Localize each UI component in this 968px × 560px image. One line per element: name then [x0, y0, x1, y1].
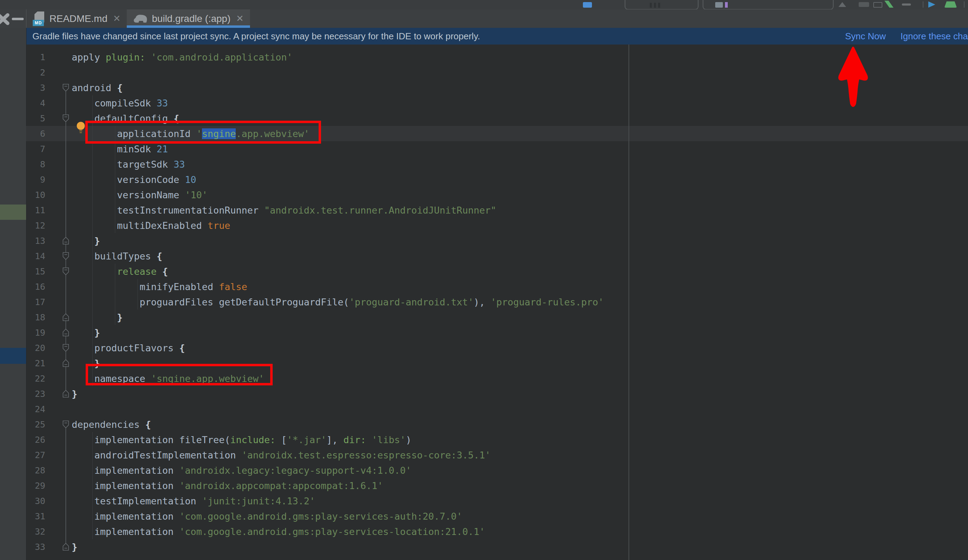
- fold-expanded-icon[interactable]: [61, 251, 71, 261]
- code-line: 23 }: [26, 386, 968, 401]
- line-number[interactable]: 2: [26, 68, 45, 78]
- line-number[interactable]: 23: [26, 389, 45, 399]
- line-number[interactable]: 5: [26, 113, 45, 124]
- code-text[interactable]: implementation 'androidx.appcompat:appco…: [71, 480, 383, 491]
- line-number[interactable]: 17: [26, 297, 45, 307]
- code-text[interactable]: targetSdk 33: [71, 159, 185, 170]
- line-number[interactable]: 26: [26, 435, 45, 445]
- run-config-dropdown[interactable]: [625, 0, 698, 10]
- close-tab-icon[interactable]: ✕: [113, 13, 121, 24]
- line-number[interactable]: 28: [26, 466, 45, 476]
- code-text[interactable]: implementation fileTree(include: ['*.jar…: [71, 434, 411, 445]
- line-number[interactable]: 7: [26, 144, 45, 154]
- gear-icon[interactable]: [0, 13, 10, 25]
- line-number[interactable]: 22: [26, 373, 45, 384]
- code-text[interactable]: buildTypes {: [71, 251, 162, 261]
- code-text[interactable]: implementation 'androidx.legacy:legacy-s…: [71, 465, 411, 476]
- line-number[interactable]: 11: [26, 205, 45, 215]
- line-number[interactable]: 1: [26, 52, 45, 62]
- device-manager-icon[interactable]: [873, 2, 882, 8]
- run-icon[interactable]: [928, 2, 935, 8]
- code-text[interactable]: release {: [71, 266, 168, 277]
- ignore-changes-link[interactable]: Ignore these cha: [900, 28, 968, 45]
- line-number[interactable]: 27: [26, 450, 45, 460]
- line-number[interactable]: 24: [26, 404, 45, 414]
- tab-readme[interactable]: MD README.md ✕: [27, 9, 127, 28]
- line-number[interactable]: 32: [26, 527, 45, 537]
- code-text[interactable]: implementation 'com.google.android.gms:p…: [71, 526, 485, 537]
- rail-marker-blue: [0, 348, 26, 364]
- line-number[interactable]: 9: [26, 175, 45, 185]
- toolbar-separator-2: [964, 2, 965, 8]
- fold-expanded-icon[interactable]: [61, 343, 71, 352]
- sync-now-link[interactable]: Sync Now: [845, 28, 886, 45]
- line-number[interactable]: 3: [26, 83, 45, 93]
- close-tab-icon[interactable]: ✕: [236, 13, 244, 24]
- code-text[interactable]: testInstrumentationRunner "androidx.test…: [71, 205, 496, 216]
- fold-expanded-icon[interactable]: [61, 83, 71, 92]
- toolbar-separator: [923, 2, 923, 8]
- code-line: 9 versionCode 10: [26, 172, 968, 187]
- fold-expanded-icon[interactable]: [61, 420, 71, 429]
- line-number[interactable]: 25: [26, 420, 45, 429]
- fold-end-icon[interactable]: [61, 236, 71, 245]
- line-number[interactable]: 18: [26, 312, 45, 322]
- target-device-dropdown[interactable]: [703, 0, 834, 10]
- hide-panel-icon[interactable]: [12, 18, 24, 20]
- code-text[interactable]: minSdk 21: [71, 144, 168, 154]
- code-text[interactable]: versionCode 10: [71, 174, 196, 185]
- code-text[interactable]: productFlavors {: [71, 343, 185, 354]
- code-text[interactable]: proguardFiles getDefaultProguardFile('pr…: [71, 297, 604, 307]
- minimize-icon[interactable]: [902, 3, 911, 5]
- line-number[interactable]: 10: [26, 190, 45, 200]
- apply-changes-icon[interactable]: [944, 2, 957, 8]
- gradle-sync-banner: Gradle files have changed since last pro…: [26, 28, 968, 45]
- code-text[interactable]: }: [71, 236, 100, 246]
- line-number[interactable]: 16: [26, 282, 45, 292]
- code-line: 25 dependencies {: [26, 417, 968, 432]
- line-number[interactable]: 13: [26, 236, 45, 246]
- line-number[interactable]: 12: [26, 221, 45, 231]
- line-number[interactable]: 30: [26, 496, 45, 506]
- phone-icon: [715, 2, 723, 8]
- fold-end-icon[interactable]: [61, 313, 71, 322]
- build-icon[interactable]: [839, 2, 846, 7]
- code-text[interactable]: testImplementation 'junit:junit:4.13.2': [71, 496, 315, 506]
- fold-end-icon[interactable]: [61, 389, 71, 398]
- fold-expanded-icon[interactable]: [61, 114, 71, 123]
- code-text[interactable]: }: [71, 542, 77, 552]
- code-text[interactable]: android {: [71, 83, 123, 93]
- code-line: 19 }: [26, 325, 968, 340]
- line-number[interactable]: 20: [26, 343, 45, 353]
- fold-end-icon[interactable]: [61, 328, 71, 337]
- line-number[interactable]: 21: [26, 358, 45, 368]
- code-text[interactable]: minifyEnabled false: [71, 281, 247, 292]
- line-number[interactable]: 33: [26, 542, 45, 552]
- line-number[interactable]: 19: [26, 328, 45, 338]
- sync-project-icon[interactable]: [884, 1, 893, 8]
- code-line: 28 implementation 'androidx.legacy:legac…: [26, 463, 968, 478]
- fold-end-icon[interactable]: [61, 358, 71, 368]
- code-text[interactable]: compileSdk 33: [71, 98, 168, 109]
- profiler-icon[interactable]: [859, 2, 869, 7]
- line-number[interactable]: 14: [26, 251, 45, 261]
- left-rail: [0, 28, 27, 560]
- tab-build-gradle[interactable]: build.gradle (:app) ✕: [127, 9, 250, 28]
- code-text[interactable]: androidTestImplementation 'androidx.test…: [71, 450, 491, 461]
- line-number[interactable]: 6: [26, 129, 45, 139]
- code-text[interactable]: apply plugin: 'com.android.application': [71, 52, 292, 63]
- code-text[interactable]: multiDexEnabled true: [71, 220, 230, 231]
- fold-end-icon[interactable]: [61, 542, 71, 551]
- line-number[interactable]: 8: [26, 159, 45, 169]
- line-number[interactable]: 29: [26, 481, 45, 491]
- code-text[interactable]: }: [71, 327, 100, 338]
- line-number[interactable]: 15: [26, 266, 45, 276]
- code-text[interactable]: implementation 'com.google.android.gms:p…: [71, 511, 462, 522]
- device-icon[interactable]: [583, 2, 592, 8]
- fold-expanded-icon[interactable]: [61, 267, 71, 276]
- code-text[interactable]: dependencies {: [71, 419, 151, 430]
- line-number[interactable]: 31: [26, 511, 45, 521]
- code-text[interactable]: }: [71, 388, 77, 399]
- line-number[interactable]: 4: [26, 98, 45, 108]
- code-text[interactable]: versionName '10': [71, 190, 207, 200]
